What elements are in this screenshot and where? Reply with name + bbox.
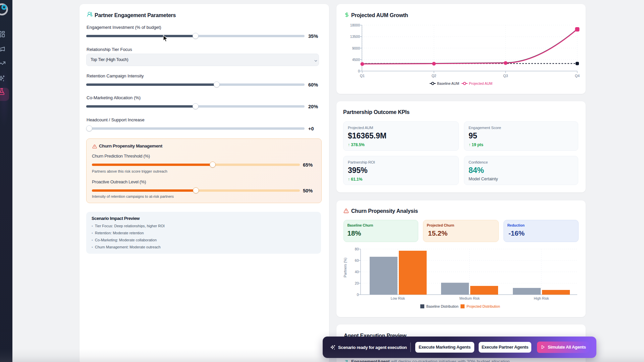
svg-text:Projected AUM: Projected AUM — [469, 81, 492, 85]
svg-text:High Risk: High Risk — [534, 296, 549, 300]
svg-text:9000: 9000 — [352, 46, 360, 50]
svg-text:Partners (%): Partners (%) — [343, 258, 347, 278]
svg-text:0: 0 — [357, 293, 359, 297]
svg-text:13500: 13500 — [350, 35, 360, 39]
svg-text:0: 0 — [358, 69, 360, 73]
svg-text:Q1: Q1 — [360, 74, 365, 78]
svg-text:80: 80 — [355, 247, 359, 251]
svg-text:Baseline Distribution: Baseline Distribution — [426, 304, 459, 308]
svg-text:Low Risk: Low Risk — [391, 296, 405, 300]
svg-text:Projected Distribution: Projected Distribution — [467, 304, 500, 308]
svg-text:20: 20 — [355, 281, 359, 285]
svg-text:18000: 18000 — [350, 23, 360, 27]
svg-text:Baseline AUM: Baseline AUM — [437, 81, 459, 85]
svg-text:4500: 4500 — [352, 58, 360, 62]
svg-text:Q2: Q2 — [432, 74, 436, 78]
svg-text:Medium Risk: Medium Risk — [460, 296, 480, 300]
svg-text:40: 40 — [355, 270, 359, 274]
svg-text:Q3: Q3 — [503, 74, 508, 78]
svg-text:Q4: Q4 — [575, 74, 580, 78]
svg-text:60: 60 — [355, 258, 359, 262]
